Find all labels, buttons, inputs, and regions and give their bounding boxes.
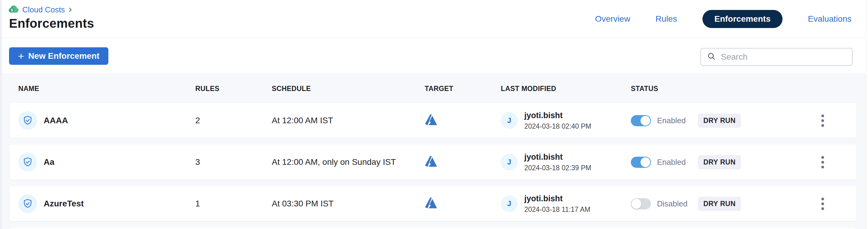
azure-logo-icon — [425, 163, 437, 168]
status-label: Enabled — [657, 116, 691, 125]
modified-timestamp: 2024-03-18 02:40 PM — [524, 122, 591, 131]
azure-logo-icon — [425, 205, 437, 210]
column-header-status: STATUS — [631, 85, 789, 93]
toolbar: + New Enforcement — [2, 38, 866, 74]
table-body: AAAA 2 At 12:00 AM IST J jyoti.bisht — [2, 103, 866, 221]
enabled-toggle[interactable] — [631, 157, 651, 168]
plus-icon: + — [18, 52, 24, 61]
shield-check-icon — [18, 111, 37, 130]
name-cell: AzureTest — [18, 194, 195, 213]
name-cell: Aa — [18, 153, 195, 171]
status-label: Enabled — [657, 158, 691, 167]
tab-evaluations[interactable]: Evaluations — [808, 14, 851, 24]
enabled-toggle[interactable] — [631, 198, 651, 209]
kebab-menu-icon[interactable] — [818, 195, 827, 213]
last-modified-cell: J jyoti.bisht 2024-03-18 02:39 PM — [501, 152, 631, 172]
rules-count: 3 — [195, 157, 272, 167]
target-cell — [425, 197, 501, 210]
toggle-knob — [631, 199, 641, 209]
table-row[interactable]: Aa 3 At 12:00 AM, only on Sunday IST J — [10, 145, 856, 179]
target-cell — [425, 156, 501, 168]
table-row-partial[interactable] — [10, 228, 856, 229]
user-avatar: J — [501, 195, 518, 212]
schedule-text: At 12:00 AM, only on Sunday IST — [272, 157, 425, 167]
toggle-knob — [641, 116, 650, 126]
dry-run-badge: DRY RUN — [698, 155, 741, 169]
last-modified-cell: J jyoti.bisht 2024-03-18 11:17 AM — [501, 194, 631, 213]
tab-overview[interactable]: Overview — [595, 14, 630, 24]
column-header-name: NAME — [18, 85, 195, 93]
search-icon — [707, 52, 716, 62]
tab-bar: Overview Rules Enforcements Evaluations — [595, 0, 851, 38]
new-enforcement-button[interactable]: + New Enforcement — [9, 47, 108, 65]
dry-run-badge: DRY RUN — [698, 197, 741, 211]
column-header-last-modified: LAST MODIFIED — [501, 85, 631, 93]
rules-count: 1 — [195, 199, 272, 208]
tab-enforcements[interactable]: Enforcements — [703, 10, 783, 28]
toggle-knob — [641, 157, 650, 167]
search-input[interactable] — [721, 52, 846, 62]
dry-run-badge: DRY RUN — [698, 114, 741, 128]
breadcrumb-link-cloud-costs[interactable]: Cloud Costs — [22, 5, 65, 15]
azure-logo-icon — [425, 121, 437, 126]
shield-check-icon — [18, 194, 37, 213]
rules-count: 2 — [195, 116, 272, 125]
enforcements-page: $ Cloud Costs › Enforcements Overview Ru… — [0, 0, 868, 229]
status-cell: Disabled DRY RUN — [631, 197, 789, 211]
modified-timestamp: 2024-03-18 11:17 AM — [524, 205, 590, 213]
kebab-menu-icon[interactable] — [818, 153, 827, 171]
svg-text:$: $ — [11, 8, 13, 12]
modified-by-user: jyoti.bisht — [524, 111, 591, 120]
column-header-schedule: SCHEDULE — [272, 85, 425, 93]
modified-by-user: jyoti.bisht — [524, 152, 591, 162]
enforcement-name: AzureTest — [44, 199, 84, 208]
breadcrumb: $ Cloud Costs › — [8, 5, 72, 15]
table-row[interactable]: AzureTest 1 At 03:30 PM IST J jyoti.b — [10, 186, 856, 221]
last-modified-cell: J jyoti.bisht 2024-03-18 02:40 PM — [501, 111, 631, 131]
user-avatar: J — [501, 112, 518, 129]
column-header-rules: RULES — [195, 85, 272, 93]
cloud-dollar-icon: $ — [8, 5, 19, 14]
enabled-toggle[interactable] — [631, 115, 651, 126]
status-cell: Enabled DRY RUN — [631, 155, 789, 169]
shield-check-icon — [18, 153, 37, 171]
schedule-text: At 12:00 AM IST — [272, 116, 425, 125]
modified-timestamp: 2024-03-18 02:39 PM — [524, 164, 591, 172]
table-header-row: NAME RULES SCHEDULE TARGET LAST MODIFIED… — [10, 74, 856, 103]
right-scroll-gutter[interactable] — [866, 0, 868, 229]
search-box[interactable] — [700, 48, 852, 66]
user-avatar: J — [501, 154, 518, 171]
page-title: Enforcements — [9, 16, 94, 31]
target-cell — [425, 114, 501, 127]
name-cell: AAAA — [18, 111, 195, 130]
chevron-right-icon: › — [69, 5, 72, 15]
table-row[interactable]: AAAA 2 At 12:00 AM IST J jyoti.bisht — [10, 103, 856, 138]
enforcements-table: NAME RULES SCHEDULE TARGET LAST MODIFIED… — [2, 74, 866, 229]
kebab-menu-icon[interactable] — [818, 112, 827, 130]
schedule-text: At 03:30 PM IST — [272, 199, 425, 208]
status-label: Disabled — [657, 199, 691, 208]
enforcement-name: Aa — [44, 157, 55, 167]
modified-by-user: jyoti.bisht — [524, 194, 590, 203]
enforcement-name: AAAA — [44, 116, 68, 125]
status-cell: Enabled DRY RUN — [631, 114, 789, 128]
page-header: $ Cloud Costs › Enforcements Overview Ru… — [2, 0, 866, 38]
column-header-target: TARGET — [425, 85, 501, 93]
tab-rules[interactable]: Rules — [655, 14, 677, 24]
new-enforcement-label: New Enforcement — [28, 51, 100, 61]
